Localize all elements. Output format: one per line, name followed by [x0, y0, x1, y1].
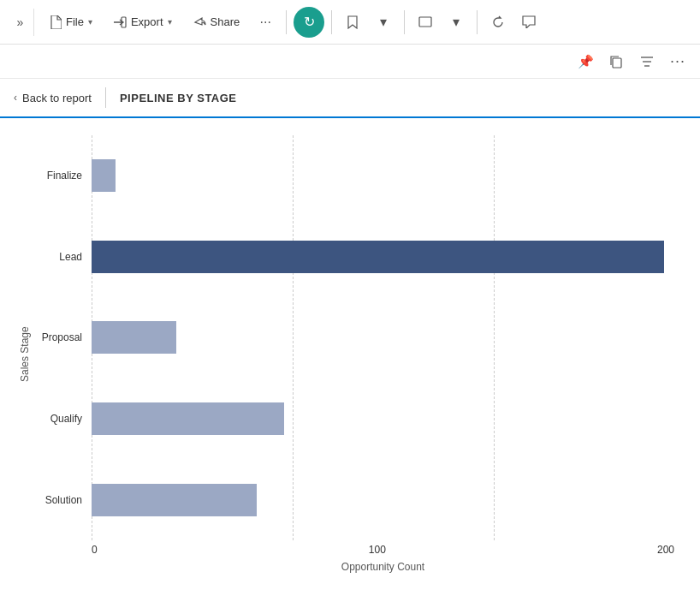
expand-icon: » [17, 15, 24, 29]
view-icon [418, 16, 432, 27]
page-title: PIPELINE BY STAGE [120, 92, 237, 104]
bar-row [92, 480, 674, 521]
reload-icon [491, 15, 505, 29]
divider-2 [331, 10, 332, 34]
bar-row [92, 398, 674, 439]
share-button[interactable]: Share [184, 11, 249, 33]
y-label: Qualify [50, 413, 87, 425]
bars-wrapper [92, 135, 674, 540]
divider-1 [286, 10, 287, 34]
bar-row [92, 317, 674, 358]
copy-visual-button[interactable] [604, 50, 628, 74]
bookmark-icon [347, 15, 359, 29]
bar-row [92, 236, 674, 277]
second-more-icon: ··· [670, 52, 685, 70]
y-axis-label: Sales Stage [17, 135, 33, 573]
copy-icon [609, 55, 623, 69]
file-group: File ▾ [41, 11, 101, 33]
x-tick-label: 200 [657, 544, 674, 556]
svg-rect-2 [613, 58, 621, 68]
chart-inner: FinalizeLeadProposalQualifySolution 0100… [36, 135, 674, 573]
bar-proposal [92, 321, 176, 354]
bookmark-button[interactable] [339, 9, 366, 36]
bar-finalize [92, 159, 116, 192]
view-button[interactable] [412, 9, 439, 36]
pin-icon: 📌 [578, 54, 594, 69]
view-chevron-button[interactable]: ▾ [442, 9, 470, 36]
breadcrumb-divider [105, 87, 106, 108]
bar-lead [92, 241, 664, 273]
divider-3 [404, 10, 405, 34]
chart-area: Sales Stage FinalizeLeadProposalQualifyS… [0, 118, 700, 590]
expand-panel-button[interactable]: » [7, 9, 34, 36]
y-label: Proposal [42, 331, 87, 343]
export-group: Export ▾ [104, 11, 181, 33]
reload-button[interactable] [484, 9, 512, 36]
bookmark-chevron-button[interactable]: ▾ [370, 9, 397, 36]
view-chevron-icon: ▾ [453, 14, 460, 30]
x-tick-label: 0 [92, 544, 98, 556]
refresh-icon: ↻ [304, 14, 315, 30]
y-label: Lead [59, 251, 87, 263]
more-button[interactable]: ··· [252, 9, 279, 36]
file-icon [50, 15, 62, 29]
svg-rect-1 [419, 17, 431, 27]
toolbar: » File ▾ Export ▾ Share ··· ↻ ▾ [0, 0, 700, 45]
y-label: Solution [45, 494, 87, 506]
divider-4 [477, 10, 478, 34]
comment-button[interactable] [515, 9, 543, 36]
export-chevron: ▾ [168, 17, 172, 27]
export-icon [113, 16, 127, 28]
bar-qualify [92, 402, 284, 435]
chart-container: Sales Stage FinalizeLeadProposalQualifyS… [17, 135, 674, 573]
x-axis: 0100200 [92, 544, 674, 556]
y-label: Finalize [47, 170, 87, 182]
share-icon [193, 16, 206, 28]
pin-button[interactable]: 📌 [573, 50, 597, 74]
export-button[interactable]: Export ▾ [104, 11, 181, 33]
x-axis-label: Opportunity Count [92, 561, 674, 573]
bar-solution [92, 484, 257, 516]
bars-and-grid: FinalizeLeadProposalQualifySolution [92, 135, 674, 540]
breadcrumb-bar: ‹ Back to report PIPELINE BY STAGE [0, 79, 700, 118]
second-bar: 📌 ··· [0, 45, 700, 79]
filter-icon [640, 56, 654, 68]
share-group: Share [184, 11, 249, 33]
x-tick-label: 100 [369, 544, 386, 556]
comment-icon [522, 15, 536, 28]
second-more-button[interactable]: ··· [666, 50, 690, 74]
bar-row [92, 155, 674, 196]
back-chevron-icon: ‹ [14, 92, 17, 104]
bookmark-chevron-icon: ▾ [380, 14, 387, 30]
refresh-button[interactable]: ↻ [294, 7, 324, 38]
back-label: Back to report [22, 92, 92, 104]
filter-button[interactable] [635, 50, 659, 74]
back-to-report-link[interactable]: ‹ Back to report [14, 92, 92, 104]
x-tick-labels: 0100200 [92, 544, 674, 556]
y-labels: FinalizeLeadProposalQualifySolution [36, 135, 87, 540]
file-chevron: ▾ [88, 17, 92, 27]
file-button[interactable]: File ▾ [41, 11, 101, 33]
